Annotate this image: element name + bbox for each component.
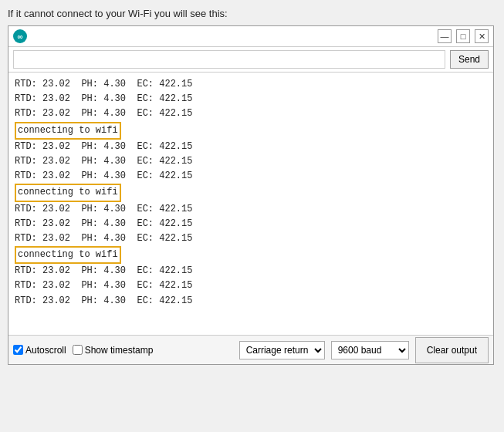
- output-line: RTD: 23.02 PH: 4.30 EC: 422.15: [15, 231, 487, 246]
- output-area: RTD: 23.02 PH: 4.30 EC: 422.15RTD: 23.02…: [8, 73, 493, 335]
- title-bar: ∞ — □ ✕: [8, 26, 493, 47]
- output-line: connecting to wifi: [15, 246, 487, 264]
- arduino-icon: ∞: [13, 29, 27, 43]
- minimize-button[interactable]: —: [438, 29, 452, 43]
- line-ending-dropdown[interactable]: No line endingNewlineCarriage returnBoth…: [239, 341, 325, 359]
- output-line: RTD: 23.02 PH: 4.30 EC: 422.15: [15, 92, 487, 106]
- send-button[interactable]: Send: [450, 50, 489, 69]
- autoscroll-text: Autoscroll: [25, 345, 66, 356]
- show-timestamp-text: Show timestamp: [85, 345, 154, 356]
- output-line: RTD: 23.02 PH: 4.30 EC: 422.15: [15, 140, 487, 154]
- output-line: RTD: 23.02 PH: 4.30 EC: 422.15: [15, 264, 487, 278]
- output-line: RTD: 23.02 PH: 4.30 EC: 422.15: [15, 278, 487, 293]
- show-timestamp-label[interactable]: Show timestamp: [73, 345, 154, 356]
- baud-rate-dropdown[interactable]: 300 baud1200 baud2400 baud4800 baud9600 …: [331, 341, 409, 359]
- serial-monitor-window: ∞ — □ ✕ Send RTD: 23.02 PH: 4.30 EC: 422…: [8, 25, 494, 365]
- toolbar: Send: [8, 47, 493, 73]
- output-line: RTD: 23.02 PH: 4.30 EC: 422.15: [15, 154, 487, 169]
- clear-output-button[interactable]: Clear output: [415, 337, 489, 363]
- autoscroll-checkbox[interactable]: [13, 345, 23, 355]
- output-line: RTD: 23.02 PH: 4.30 EC: 422.15: [15, 169, 487, 184]
- maximize-button[interactable]: □: [456, 29, 470, 43]
- output-line: RTD: 23.02 PH: 4.30 EC: 422.15: [15, 202, 487, 217]
- output-line: RTD: 23.02 PH: 4.30 EC: 422.15: [15, 217, 487, 231]
- intro-text: If it cannot connect to your Wi-Fi you w…: [8, 8, 496, 19]
- output-line: RTD: 23.02 PH: 4.30 EC: 422.15: [15, 106, 487, 121]
- autoscroll-label[interactable]: Autoscroll: [13, 345, 66, 356]
- output-line: RTD: 23.02 PH: 4.30 EC: 422.15: [15, 294, 487, 309]
- serial-input[interactable]: [13, 50, 445, 69]
- output-line: connecting to wifi: [15, 184, 487, 201]
- output-line: connecting to wifi: [15, 122, 487, 140]
- output-line: RTD: 23.02 PH: 4.30 EC: 422.15: [15, 77, 487, 92]
- show-timestamp-checkbox[interactable]: [73, 345, 83, 355]
- close-button[interactable]: ✕: [475, 29, 489, 43]
- bottom-bar: Autoscroll Show timestamp No line ending…: [8, 335, 493, 364]
